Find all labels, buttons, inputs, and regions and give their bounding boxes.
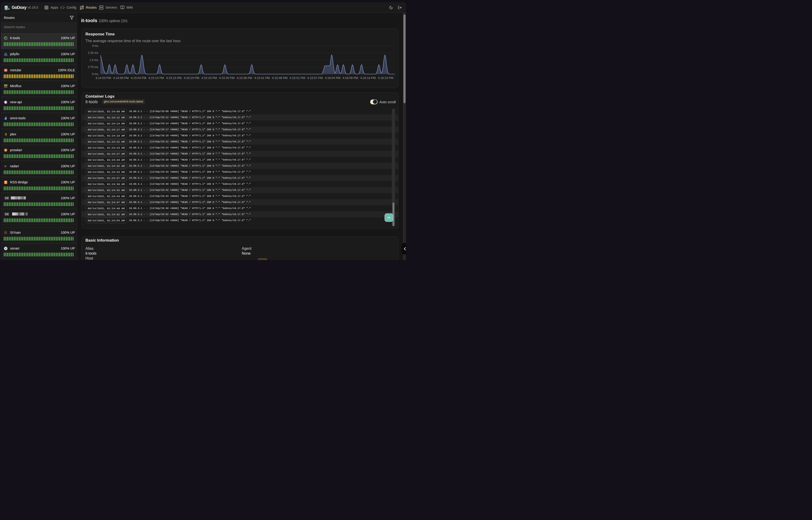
svg-text:Bridge: Bridge — [5, 183, 7, 184]
